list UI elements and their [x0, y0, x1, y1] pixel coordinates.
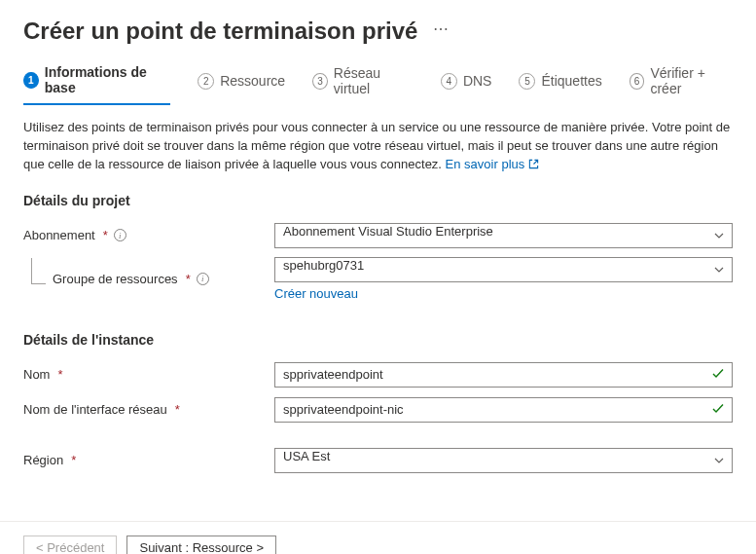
tab-label: Ressource — [220, 73, 285, 89]
required-marker: * — [57, 367, 62, 382]
subscription-label: Abonnement — [23, 228, 95, 242]
tab-label: Informations de base — [45, 64, 170, 95]
tab-num-icon: 5 — [519, 73, 535, 90]
tab-basics[interactable]: 1 Informations de base — [23, 64, 170, 105]
tab-num-icon: 4 — [441, 73, 457, 90]
page-title: Créer un point de terminaison privé — [23, 18, 417, 45]
name-label: Nom — [23, 367, 50, 382]
wizard-tabs: 1 Informations de base 2 Ressource 3 Rés… — [23, 64, 733, 105]
tab-dns[interactable]: 4 DNS — [441, 64, 492, 105]
resource-group-label: Groupe de ressources — [53, 272, 178, 286]
nic-name-label: Nom de l'interface réseau — [23, 402, 167, 417]
info-icon[interactable]: i — [114, 229, 126, 241]
tab-resource[interactable]: 2 Ressource — [198, 64, 285, 105]
info-icon[interactable]: i — [197, 273, 209, 285]
learn-more-link[interactable]: En savoir plus — [446, 157, 539, 171]
tab-virtual-network[interactable]: 3 Réseau virtuel — [312, 64, 414, 105]
required-marker: * — [175, 402, 180, 417]
previous-button: < Précédent — [23, 536, 117, 554]
tab-num-icon: 2 — [198, 73, 214, 90]
tab-review-create[interactable]: 6 Vérifier + créer — [630, 64, 733, 105]
subscription-select[interactable]: Abonnement Visual Studio Enterprise — [274, 223, 733, 248]
name-input[interactable] — [274, 362, 733, 388]
tab-label: Étiquettes — [541, 73, 601, 89]
region-label: Région — [23, 453, 63, 467]
project-details-heading: Détails du projet — [23, 193, 733, 208]
tab-num-icon: 3 — [312, 73, 328, 90]
tab-tags[interactable]: 5 Étiquettes — [519, 64, 601, 105]
intro-text: Utilisez des points de terminaison privé… — [23, 119, 733, 175]
external-link-icon — [528, 157, 539, 175]
intro-body: Utilisez des points de terminaison privé… — [23, 120, 730, 171]
more-icon[interactable]: ⋯ — [433, 19, 450, 44]
tab-num-icon: 6 — [630, 73, 645, 90]
region-select[interactable]: USA Est — [274, 448, 733, 473]
required-marker: * — [71, 453, 76, 467]
wizard-footer: < Précédent Suivant : Ressource > — [0, 521, 756, 554]
tab-label: Vérifier + créer — [650, 65, 733, 96]
nic-name-input[interactable] — [274, 397, 733, 423]
instance-details-heading: Détails de l'instance — [23, 332, 733, 348]
next-button[interactable]: Suivant : Ressource > — [126, 536, 276, 554]
tab-num-icon: 1 — [23, 72, 39, 89]
resource-group-select[interactable]: spehubrg0731 — [274, 257, 733, 282]
tab-label: Réseau virtuel — [334, 65, 414, 96]
required-marker: * — [103, 228, 108, 242]
required-marker: * — [186, 272, 191, 286]
tab-label: DNS — [463, 73, 492, 89]
create-new-link[interactable]: Créer nouveau — [274, 286, 358, 301]
